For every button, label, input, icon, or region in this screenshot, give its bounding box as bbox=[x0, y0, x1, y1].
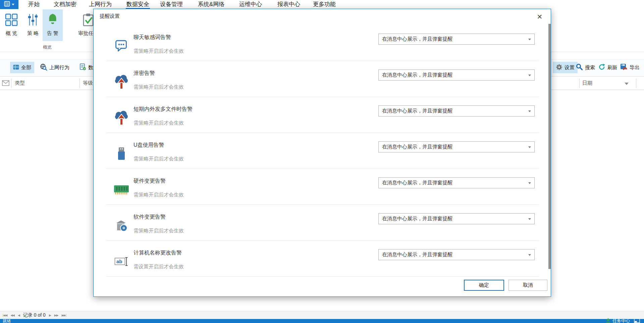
page-prev-button[interactable]: ◀ bbox=[18, 314, 20, 317]
overview-icon bbox=[5, 11, 18, 28]
chevron-down-icon bbox=[528, 75, 531, 76]
status-bar: 就绪 任务中心 bbox=[0, 319, 644, 323]
page-prev-fast-button[interactable]: ◀◀ bbox=[10, 314, 14, 317]
envelope-column-icon[interactable] bbox=[2, 80, 9, 87]
column-divider bbox=[11, 79, 11, 88]
column-divider bbox=[79, 79, 80, 88]
tab-web-behavior[interactable]: 上网行为 bbox=[89, 1, 112, 8]
software-icon bbox=[111, 216, 131, 236]
chevron-down-icon bbox=[528, 218, 531, 220]
refresh-label: 刷新 bbox=[607, 64, 618, 71]
export-button[interactable]: 导出 bbox=[617, 62, 643, 73]
filter-web-behavior-label: 上网行为 bbox=[49, 64, 69, 71]
notify-mode-value: 在消息中心展示，并且弹窗提醒 bbox=[382, 108, 452, 114]
alert-subtitle: 需策略开启后才会生效 bbox=[133, 120, 184, 126]
filter-all-label: 全部 bbox=[21, 64, 31, 71]
tab-device-mgmt[interactable]: 设备管理 bbox=[160, 1, 183, 8]
reminder-settings-dialog: 提醒设置 ✕ 聊天敏感词告警 需策略开启后才会生效 在消息中心展示，并且弹窗提醒… bbox=[93, 9, 551, 297]
ribbon-label-overview: 概 览 bbox=[6, 30, 17, 37]
notify-mode-select[interactable]: 在消息中心展示，并且弹窗提醒 bbox=[378, 141, 535, 152]
page-last-button[interactable]: ▶▶| bbox=[62, 314, 66, 317]
refresh-icon bbox=[598, 63, 605, 72]
chevron-down-icon bbox=[528, 254, 531, 256]
download-arrow-icon bbox=[606, 318, 610, 323]
dialog-title: 提醒设置 bbox=[100, 13, 120, 19]
all-list-icon bbox=[13, 64, 19, 71]
notify-mode-select[interactable]: 在消息中心展示，并且弹窗提醒 bbox=[378, 70, 535, 81]
column-header-type[interactable]: 类型 bbox=[15, 80, 25, 86]
alert-title: 短期内外发多文件时告警 bbox=[133, 106, 193, 113]
filter-web-behavior-button[interactable]: 上网行为 bbox=[37, 62, 72, 73]
alert-subtitle: 需策略开启后才会生效 bbox=[133, 228, 184, 234]
ram-icon bbox=[111, 180, 131, 200]
alert-row-chat-keyword: 聊天敏感词告警 需策略开启后才会生效 在消息中心展示，并且弹窗提醒 bbox=[106, 25, 539, 61]
dialog-scrollbar-thumb[interactable] bbox=[548, 24, 551, 269]
alert-subtitle: 需设置开启后才会生效 bbox=[133, 264, 184, 270]
refresh-button[interactable]: 刷新 bbox=[595, 62, 621, 73]
alert-row-multi-file-send: 短期内外发多文件时告警 需策略开启后才会生效 在消息中心展示，并且弹窗提醒 bbox=[106, 97, 539, 133]
app-menu-button[interactable] bbox=[0, 0, 18, 9]
tab-start[interactable]: 开始 bbox=[28, 1, 40, 8]
notify-mode-value: 在消息中心展示，并且弹窗提醒 bbox=[382, 180, 452, 186]
notify-mode-select[interactable]: 在消息中心展示，并且弹窗提醒 bbox=[378, 249, 535, 260]
page-next-fast-button[interactable]: ▶▶ bbox=[54, 314, 58, 317]
alert-title: U盘使用告警 bbox=[133, 142, 164, 149]
usb-icon bbox=[111, 144, 131, 164]
notify-mode-value: 在消息中心展示，并且弹窗提醒 bbox=[382, 251, 452, 258]
column-divider bbox=[579, 79, 580, 88]
alert-title: 软件变更告警 bbox=[133, 214, 166, 221]
search-label: 搜索 bbox=[585, 64, 595, 71]
data-doc-icon bbox=[79, 63, 86, 72]
search-button[interactable]: 搜索 bbox=[573, 62, 598, 73]
cancel-button[interactable]: 取消 bbox=[508, 280, 547, 291]
alert-row-software-change: 软件变更告警 需策略开启后才会生效 在消息中心展示，并且弹窗提醒 bbox=[106, 205, 539, 241]
app-menu-caret-icon bbox=[12, 4, 14, 5]
record-count-text: 记录 0 of 0 bbox=[23, 312, 46, 318]
ribbon-item-overview[interactable]: 概 览 bbox=[1, 9, 21, 41]
alert-title: 泄密告警 bbox=[133, 70, 155, 77]
tab-data-security[interactable]: 数据安全 bbox=[126, 1, 149, 8]
notify-mode-select[interactable]: 在消息中心展示，并且弹窗提醒 bbox=[378, 105, 535, 117]
notify-mode-select[interactable]: 在消息中心展示，并且弹窗提醒 bbox=[378, 177, 535, 188]
app-menu-icon bbox=[4, 1, 11, 8]
rename-icon: ab bbox=[111, 251, 131, 272]
ribbon-tab-bar: 开始 文档加密 上网行为 数据安全 设备管理 系统&网络 运维中心 报表中心 更… bbox=[0, 0, 644, 9]
status-ready-text: 就绪 bbox=[3, 318, 11, 323]
alert-title: 计算机名称更改告警 bbox=[133, 249, 182, 257]
filter-all-button[interactable]: 全部 bbox=[10, 62, 34, 73]
gear-icon bbox=[556, 64, 562, 72]
tab-more-features[interactable]: 更多功能 bbox=[313, 1, 336, 8]
notify-mode-select[interactable]: 在消息中心展示，并且弹窗提醒 bbox=[378, 34, 535, 45]
tab-doc-encrypt[interactable]: 文档加密 bbox=[54, 1, 76, 8]
page-first-button[interactable]: |◀◀ bbox=[3, 314, 7, 317]
notify-mode-value: 在消息中心展示，并且弹窗提醒 bbox=[382, 36, 452, 42]
notify-mode-value: 在消息中心展示，并且弹窗提醒 bbox=[382, 72, 452, 78]
alert-subtitle: 需策略开启后才会生效 bbox=[133, 156, 184, 162]
close-icon[interactable]: ✕ bbox=[535, 12, 544, 21]
ok-button[interactable]: 确定 bbox=[464, 280, 504, 291]
alert-subtitle: 需策略开启后才会生效 bbox=[133, 48, 184, 54]
alert-row-hardware-change: 硬件变更告警 需策略开启后才会生效 在消息中心展示，并且弹窗提醒 bbox=[106, 169, 539, 205]
column-header-level[interactable]: 等级 bbox=[83, 80, 93, 86]
ribbon-item-policy[interactable]: 策 略 bbox=[23, 9, 43, 41]
tab-system-network[interactable]: 系统&网络 bbox=[198, 1, 224, 8]
search-icon bbox=[576, 63, 583, 72]
tab-report-center[interactable]: 报表中心 bbox=[277, 1, 300, 8]
cloud-upload-icon bbox=[111, 72, 131, 92]
chevron-down-icon bbox=[528, 146, 531, 148]
task-center-button[interactable]: 任务中心 bbox=[606, 318, 630, 323]
alert-row-computer-rename: ab 计算机名称更改告警 需设置开启后才会生效 在消息中心展示，并且弹窗提醒 bbox=[106, 241, 539, 277]
ribbon-group-label: 概览 bbox=[43, 44, 52, 50]
notify-mode-select[interactable]: 在消息中心展示，并且弹窗提醒 bbox=[378, 213, 535, 224]
alert-row-leak: 泄密告警 需策略开启后才会生效 在消息中心展示，并且弹窗提醒 bbox=[106, 61, 539, 97]
date-filter-caret-icon[interactable] bbox=[625, 83, 629, 85]
ribbon-item-alarm[interactable]: 告 警 bbox=[43, 9, 63, 41]
tab-ops-center[interactable]: 运维中心 bbox=[239, 1, 262, 8]
policy-icon bbox=[27, 11, 39, 28]
chevron-down-icon bbox=[528, 110, 531, 112]
desktop-preview-icon[interactable] bbox=[634, 318, 640, 323]
column-header-date[interactable]: 日期 bbox=[582, 80, 592, 86]
web-behavior-icon bbox=[40, 63, 47, 72]
page-next-button[interactable]: ▶ bbox=[49, 314, 51, 317]
alert-subtitle: 需策略开启后才会生效 bbox=[133, 192, 184, 198]
